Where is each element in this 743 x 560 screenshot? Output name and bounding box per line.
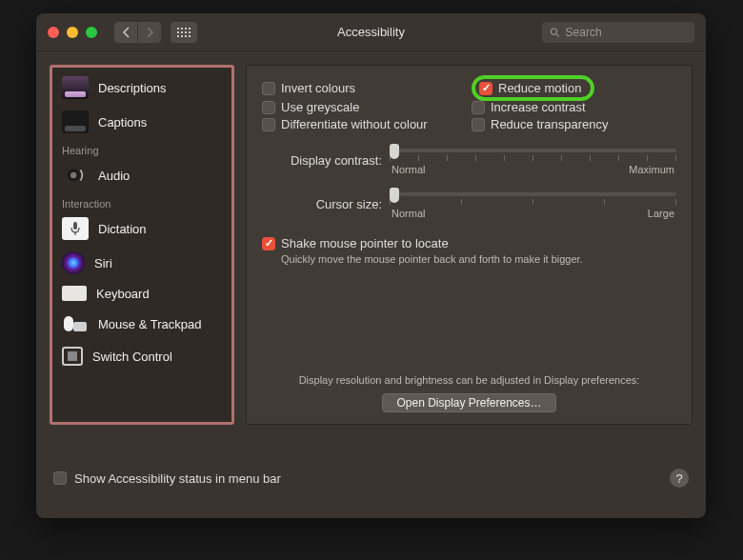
reduce-motion-row[interactable]: Reduce motion	[472, 79, 676, 97]
increase-contrast-checkbox[interactable]	[472, 101, 485, 114]
checkbox-label: Shake mouse pointer to locate	[281, 236, 449, 250]
slider-min-label: Normal	[392, 208, 425, 219]
slider-thumb[interactable]	[390, 144, 399, 159]
checkbox-label: Invert colours	[281, 81, 355, 95]
dictation-icon	[62, 217, 89, 240]
use-greyscale-checkbox[interactable]	[262, 101, 275, 114]
slider-max-label: Maximum	[629, 164, 674, 175]
reduce-transparency-checkbox[interactable]	[472, 118, 485, 131]
captions-icon	[62, 110, 89, 133]
sidebar-item-audio[interactable]: Audio	[52, 158, 231, 192]
audio-icon	[62, 164, 89, 187]
sidebar-item-label: Siri	[94, 256, 112, 270]
sidebar-item-label: Switch Control	[92, 350, 172, 364]
differentiate-without-colour-row[interactable]: Differentiate without colour	[262, 117, 472, 131]
window-controls	[48, 27, 97, 38]
shake-pointer-row[interactable]: Shake mouse pointer to locate	[262, 236, 676, 250]
sidebar-item-label: Audio	[98, 169, 130, 183]
zoom-button[interactable]	[86, 27, 97, 38]
search-icon	[550, 27, 560, 38]
sidebar-item-captions[interactable]: Captions	[52, 105, 231, 139]
forward-button[interactable]	[138, 22, 161, 43]
mouse-trackpad-icon	[62, 312, 89, 335]
open-display-preferences-button[interactable]: Open Display Preferences…	[382, 393, 555, 412]
use-greyscale-row[interactable]: Use greyscale	[262, 100, 472, 114]
sidebar-item-label: Descriptions	[98, 81, 167, 95]
cursor-size-slider[interactable]	[390, 192, 676, 196]
sidebar-item-siri[interactable]: Siri	[52, 246, 231, 280]
search-input[interactable]	[566, 26, 687, 39]
accessibility-preferences-window: Accessibility Descriptions Captions Hear…	[36, 13, 706, 518]
sidebar-item-switch-control[interactable]: Switch Control	[52, 341, 231, 371]
shake-pointer-description: Quickly move the mouse pointer back and …	[281, 253, 676, 265]
shake-pointer-checkbox[interactable]	[262, 237, 275, 250]
sidebar-item-label: Keyboard	[96, 287, 150, 301]
svg-point-3	[70, 172, 76, 178]
display-contrast-slider[interactable]	[390, 149, 676, 152]
slider-thumb[interactable]	[390, 188, 399, 203]
cursor-size-label: Cursor size:	[262, 197, 390, 211]
reduce-motion-highlight: Reduce motion	[472, 75, 594, 101]
keyboard-icon	[62, 286, 87, 301]
descriptions-icon	[62, 76, 89, 99]
checkbox-label: Use greyscale	[281, 100, 359, 114]
back-button[interactable]	[114, 22, 137, 43]
sidebar-item-dictation[interactable]: Dictation	[52, 211, 231, 246]
checkbox-label: Differentiate without colour	[281, 117, 428, 131]
increase-contrast-row[interactable]: Increase contrast	[472, 100, 676, 114]
show-accessibility-status-label: Show Accessibility status in menu bar	[74, 471, 281, 486]
sidebar-item-descriptions[interactable]: Descriptions	[52, 70, 231, 105]
sidebar-group-interaction: Interaction	[52, 192, 231, 211]
sidebar-item-label: Mouse & Trackpad	[98, 317, 201, 331]
checkbox-label: Increase contrast	[491, 100, 586, 114]
show-accessibility-status-checkbox[interactable]	[53, 471, 67, 485]
slider-min-label: Normal	[392, 164, 425, 175]
sidebar-item-mouse-trackpad[interactable]: Mouse & Trackpad	[52, 307, 231, 341]
close-button[interactable]	[48, 27, 59, 38]
reduce-motion-checkbox[interactable]	[479, 82, 492, 95]
display-preferences-hint: Display resolution and brightness can be…	[262, 374, 676, 386]
svg-rect-4	[73, 222, 77, 230]
checkbox-label: Reduce transparency	[491, 117, 609, 131]
differentiate-without-colour-checkbox[interactable]	[262, 118, 275, 131]
slider-max-label: Large	[648, 208, 674, 219]
display-contrast-label: Display contrast:	[262, 153, 390, 168]
checkbox-label: Reduce motion	[498, 81, 581, 95]
search-field-wrap[interactable]	[542, 22, 694, 43]
reduce-transparency-row[interactable]: Reduce transparency	[472, 117, 676, 131]
category-sidebar[interactable]: Descriptions Captions Hearing Audio Inte…	[50, 65, 234, 425]
sidebar-group-hearing: Hearing	[52, 139, 231, 158]
show-all-button[interactable]	[171, 22, 197, 43]
svg-line-1	[556, 33, 559, 36]
bottom-bar: Show Accessibility status in menu bar ?	[36, 463, 706, 499]
grid-icon	[177, 28, 191, 37]
help-button[interactable]: ?	[670, 469, 689, 488]
sidebar-item-label: Captions	[98, 115, 147, 130]
svg-point-0	[551, 29, 556, 34]
titlebar: Accessibility	[36, 13, 706, 51]
switch-control-icon	[62, 347, 83, 366]
invert-colours-checkbox[interactable]	[262, 82, 275, 95]
minimize-button[interactable]	[67, 27, 78, 38]
sidebar-item-label: Dictation	[98, 222, 147, 236]
sidebar-item-keyboard[interactable]: Keyboard	[52, 280, 231, 307]
nav-buttons	[114, 22, 161, 43]
siri-icon	[62, 251, 85, 274]
display-settings-pane: Invert colours Reduce motion Use greysca…	[246, 65, 693, 425]
invert-colours-row[interactable]: Invert colours	[262, 79, 472, 97]
